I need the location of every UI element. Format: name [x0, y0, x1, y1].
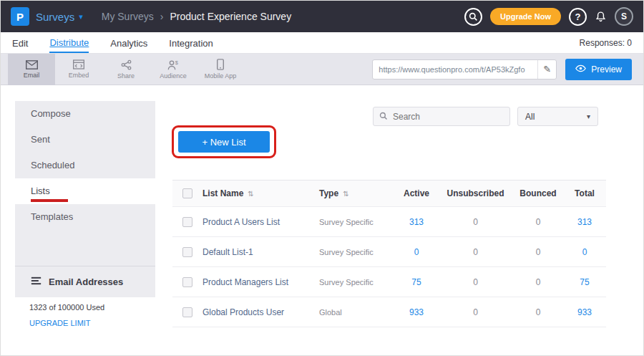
table-row: Default List-1 Survey Specific 0 0 0 0 [172, 237, 606, 267]
unsubscribed-count: 0 [438, 307, 513, 317]
breadcrumb-parent[interactable]: My Surveys [102, 11, 154, 22]
list-name-link[interactable]: Product Managers List [203, 277, 319, 287]
sidebar-item-scheduled[interactable]: Scheduled [15, 153, 155, 178]
unsubscribed-count: 0 [438, 277, 513, 287]
toolbar-right: ✎ Preview [372, 59, 636, 80]
total-count-link[interactable]: 75 [563, 277, 606, 287]
list-search-box [373, 107, 510, 126]
total-count-link[interactable]: 313 [563, 217, 606, 227]
table-row: Product A Users List Survey Specific 313… [172, 207, 606, 237]
mobile-icon [217, 59, 224, 70]
sidebar: Compose Sent Scheduled Lists Templates E… [15, 101, 155, 297]
page-title: Product Experience Survey [170, 11, 292, 22]
column-header-bounced: Bounced [513, 188, 563, 198]
tab-integration[interactable]: Integration [169, 34, 213, 52]
avatar[interactable]: S [615, 7, 633, 26]
tab-distribute[interactable]: Distribute [49, 33, 89, 53]
share-icon [121, 59, 132, 70]
list-name-link[interactable]: Default List-1 [203, 247, 319, 257]
search-icon[interactable] [464, 8, 482, 26]
table-row: Product Managers List Survey Specific 75… [172, 267, 606, 297]
list-name-link[interactable]: Global Products User [203, 307, 319, 317]
nav-tabs: Edit Distribute Analytics Integration Re… [1, 32, 643, 54]
survey-url-input[interactable] [373, 65, 537, 74]
pencil-icon[interactable]: ✎ [537, 60, 556, 79]
active-count-link[interactable]: 313 [395, 217, 438, 227]
survey-url-box: ✎ [372, 59, 557, 80]
sort-icon[interactable]: ⇅ [343, 190, 348, 198]
responses-count: Responses: 0 [580, 38, 632, 48]
active-count-link[interactable]: 933 [395, 307, 438, 317]
bounced-count: 0 [513, 307, 563, 317]
magnifier-icon [379, 110, 388, 123]
chevron-down-icon[interactable]: ▾ [79, 12, 83, 21]
list-icon [31, 276, 42, 287]
active-count-link[interactable]: 0 [395, 247, 438, 257]
active-count-link[interactable]: 75 [395, 277, 438, 287]
content-area: Compose Sent Scheduled Lists Templates E… [1, 85, 643, 356]
eye-icon [575, 64, 586, 74]
app-logo[interactable]: P [11, 7, 29, 26]
breadcrumb: My Surveys › Product Experience Survey [102, 11, 291, 22]
toolbar-item-label: Mobile App [205, 72, 237, 80]
column-header-label: List Name [203, 188, 243, 198]
tab-analytics[interactable]: Analytics [110, 34, 147, 52]
total-count-link[interactable]: 0 [563, 247, 606, 257]
row-checkbox[interactable] [182, 277, 192, 287]
column-header-label: Type [319, 188, 338, 198]
bell-icon[interactable] [595, 11, 607, 23]
audience-icon: $ [167, 59, 179, 70]
embed-icon [73, 59, 84, 69]
bounced-count: 0 [513, 247, 563, 257]
sidebar-item-compose[interactable]: Compose [15, 101, 155, 127]
sort-icon[interactable]: ⇅ [248, 190, 253, 198]
app-window: P Surveys ▾ My Surveys › Product Experie… [0, 0, 644, 356]
breadcrumb-separator: › [160, 11, 164, 22]
row-checkbox[interactable] [182, 247, 192, 257]
preview-label: Preview [591, 64, 622, 74]
sidebar-item-templates[interactable]: Templates [15, 204, 155, 230]
new-list-button[interactable]: + New List [178, 131, 270, 153]
annotation-underline [31, 199, 68, 202]
toolbar-item-embed[interactable]: Embed [55, 54, 102, 85]
toolbar-item-label: Embed [69, 72, 89, 79]
toolbar-item-audience[interactable]: $ Audience [150, 54, 197, 85]
total-count-link[interactable]: 933 [563, 307, 606, 317]
sidebar-item-label: Lists [31, 186, 50, 196]
tab-edit[interactable]: Edit [12, 34, 28, 52]
table-header-row: List Name⇅ Type⇅ Active Unsubscribed Bou… [172, 180, 606, 207]
lists-table: List Name⇅ Type⇅ Active Unsubscribed Bou… [172, 180, 606, 327]
row-checkbox[interactable] [182, 217, 192, 227]
sidebar-item-sent[interactable]: Sent [15, 127, 155, 153]
toolbar-item-mobile-app[interactable]: Mobile App [197, 54, 244, 85]
toolbar-item-share[interactable]: Share [102, 54, 150, 85]
column-header-total: Total [563, 188, 606, 198]
preview-button[interactable]: Preview [565, 59, 632, 80]
bounced-count: 0 [513, 217, 563, 227]
column-header-name[interactable]: List Name⇅ [203, 188, 319, 198]
list-name-link[interactable]: Product A Users List [203, 217, 319, 227]
email-addresses-title: Email Addresses [49, 276, 123, 287]
toolbar-item-label: Email [24, 72, 40, 79]
row-checkbox[interactable] [182, 307, 192, 317]
column-header-active: Active [395, 188, 438, 198]
column-header-unsubscribed: Unsubscribed [438, 188, 513, 198]
search-input[interactable] [393, 112, 504, 122]
product-switcher[interactable]: Surveys [36, 11, 74, 23]
list-type: Survey Specific [319, 248, 395, 256]
usage-text: 1323 of 100000 Used [29, 303, 104, 312]
help-icon[interactable]: ? [569, 8, 587, 26]
upgrade-now-button[interactable]: Upgrade Now [490, 8, 561, 25]
upgrade-limit-link[interactable]: UPGRADE LIMIT [29, 319, 91, 327]
distribute-toolbar: Email Embed Share $ Audience Mobile App [1, 54, 643, 85]
filter-dropdown[interactable]: All ▾ [517, 107, 598, 126]
topbar: P Surveys ▾ My Surveys › Product Experie… [1, 1, 643, 32]
unsubscribed-count: 0 [438, 217, 513, 227]
column-header-type[interactable]: Type⇅ [319, 188, 395, 198]
select-all-checkbox[interactable] [182, 188, 192, 198]
sidebar-item-lists[interactable]: Lists [15, 178, 155, 204]
list-type: Survey Specific [319, 218, 395, 226]
table-row: Global Products User Global 933 0 0 933 [172, 297, 606, 327]
filter-value: All [525, 112, 535, 122]
toolbar-item-email[interactable]: Email [8, 54, 55, 85]
